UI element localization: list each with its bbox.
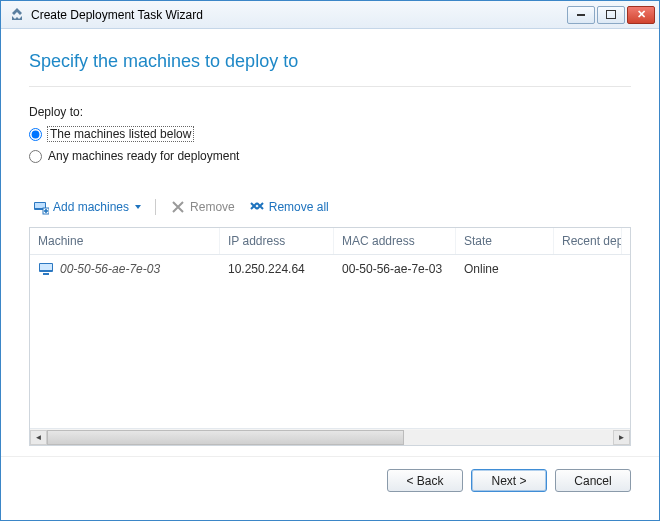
col-recent[interactable]: Recent dep [554, 228, 622, 254]
deploy-to-label: Deploy to: [29, 105, 631, 119]
content-area: Specify the machines to deploy to Deploy… [1, 29, 659, 520]
machines-toolbar: Add machines Remove Remove all [29, 197, 631, 217]
back-button[interactable]: < Back [387, 469, 463, 492]
add-machines-button[interactable]: Add machines [29, 197, 145, 217]
scroll-right-button[interactable]: ► [613, 430, 630, 445]
col-state[interactable]: State [456, 228, 554, 254]
svg-rect-4 [40, 264, 52, 270]
scroll-track[interactable] [47, 430, 613, 445]
cell-ip: 10.250.224.64 [220, 260, 334, 278]
radio-any-input[interactable] [29, 150, 42, 163]
grid-header: Machine IP address MAC address State Rec… [30, 228, 630, 255]
radio-any-label: Any machines ready for deployment [48, 149, 239, 163]
horizontal-scrollbar[interactable]: ◄ ► [30, 428, 630, 445]
divider [29, 86, 631, 87]
remove-button: Remove [166, 197, 239, 217]
radio-listed-label: The machines listed below [48, 127, 193, 141]
cell-state: Online [456, 260, 554, 278]
remove-all-label: Remove all [269, 200, 329, 214]
svg-rect-5 [43, 273, 49, 275]
svg-rect-1 [35, 203, 45, 208]
chevron-down-icon [135, 205, 141, 209]
wizard-icon [9, 7, 25, 23]
table-row[interactable]: 00-50-56-ae-7e-03 10.250.224.64 00-50-56… [30, 255, 630, 283]
page-heading: Specify the machines to deploy to [29, 51, 631, 72]
cancel-button[interactable]: Cancel [555, 469, 631, 492]
window-controls: ✕ [567, 6, 655, 24]
computer-icon [38, 261, 54, 277]
close-button[interactable]: ✕ [627, 6, 655, 24]
cell-recent [554, 267, 622, 271]
remove-all-icon [249, 199, 265, 215]
scroll-thumb[interactable] [47, 430, 404, 445]
remove-all-button[interactable]: Remove all [245, 197, 333, 217]
scroll-left-button[interactable]: ◄ [30, 430, 47, 445]
minimize-button[interactable] [567, 6, 595, 24]
titlebar[interactable]: Create Deployment Task Wizard ✕ [1, 1, 659, 29]
col-mac[interactable]: MAC address [334, 228, 456, 254]
add-machines-icon [33, 199, 49, 215]
maximize-button[interactable] [597, 6, 625, 24]
wizard-footer: < Back Next > Cancel [1, 456, 659, 508]
grid-body: 00-50-56-ae-7e-03 10.250.224.64 00-50-56… [30, 255, 630, 428]
add-machines-label: Add machines [53, 200, 129, 214]
remove-label: Remove [190, 200, 235, 214]
window-title: Create Deployment Task Wizard [31, 8, 567, 22]
radio-any[interactable]: Any machines ready for deployment [29, 149, 631, 163]
cell-mac: 00-50-56-ae-7e-03 [334, 260, 456, 278]
radio-listed[interactable]: The machines listed below [29, 127, 631, 141]
cell-machine-text: 00-50-56-ae-7e-03 [60, 262, 160, 276]
cell-machine: 00-50-56-ae-7e-03 [30, 259, 220, 279]
radio-listed-input[interactable] [29, 128, 42, 141]
toolbar-separator [155, 199, 156, 215]
wizard-window: Create Deployment Task Wizard ✕ Specify … [0, 0, 660, 521]
col-machine[interactable]: Machine [30, 228, 220, 254]
col-ip[interactable]: IP address [220, 228, 334, 254]
remove-icon [170, 199, 186, 215]
machines-grid: Machine IP address MAC address State Rec… [29, 227, 631, 446]
next-button[interactable]: Next > [471, 469, 547, 492]
